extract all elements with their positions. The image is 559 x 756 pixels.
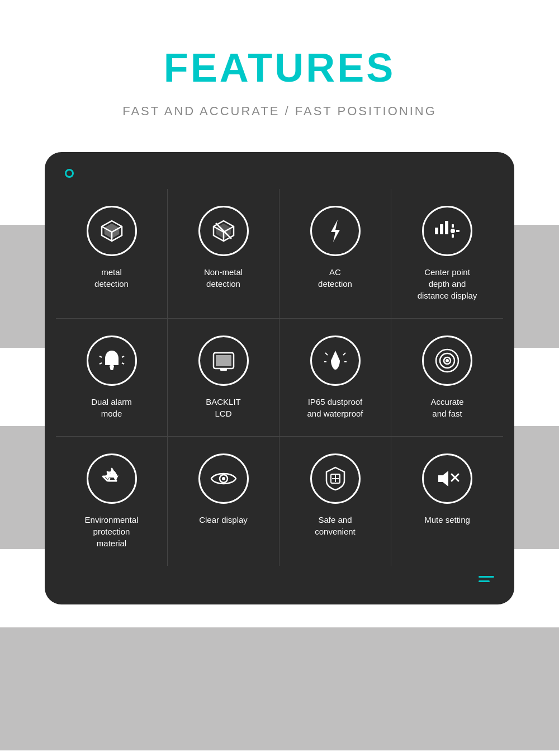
- mute-setting-label: Mute setting: [424, 514, 470, 526]
- svg-line-22: [100, 363, 102, 364]
- hamburger-line-1: [479, 576, 494, 578]
- eco-material-icon-circle: [87, 453, 137, 504]
- background-band-bottom: [0, 627, 559, 750]
- non-metal-detection-label: Non-metaldetection: [204, 266, 243, 290]
- hamburger-icon: [479, 576, 494, 582]
- mute-icon: [433, 464, 462, 493]
- page-title: FEATURES: [164, 45, 396, 91]
- card-indicator-dot: [65, 169, 74, 178]
- non-metal-detection-icon-circle: [198, 206, 249, 256]
- center-point-icon-circle: [422, 206, 472, 256]
- svg-rect-13: [440, 224, 443, 234]
- features-card-wrapper: metaldetection Non-me: [45, 152, 514, 604]
- eye-icon: [209, 464, 238, 493]
- svg-line-28: [325, 353, 328, 355]
- ac-detection-icon-circle: [310, 206, 361, 256]
- svg-line-24: [122, 363, 124, 364]
- ac-icon: [321, 216, 350, 245]
- accurate-icon: [433, 346, 462, 375]
- safe-icon: [321, 464, 350, 493]
- feature-ac-detection: ACdetection: [280, 189, 391, 319]
- svg-rect-14: [445, 221, 448, 234]
- metal-detection-label: metaldetection: [94, 266, 129, 290]
- dual-alarm-icon-circle: [87, 336, 137, 386]
- eco-material-label: Environmentalprotectionmaterial: [85, 514, 139, 549]
- svg-point-20: [110, 367, 113, 370]
- accurate-fast-icon-circle: [422, 336, 472, 386]
- feature-dual-alarm: Dual alarmmode: [56, 319, 168, 437]
- feature-ip65: IP65 dustproofand waterproof: [280, 319, 391, 437]
- eco-icon: [97, 464, 126, 493]
- lcd-icon: [209, 346, 238, 375]
- backlit-lcd-icon-circle: [198, 336, 249, 386]
- center-point-label: Center pointdepth anddistance display: [418, 266, 477, 301]
- svg-rect-17: [452, 224, 454, 228]
- safe-convenient-icon-circle: [310, 453, 361, 504]
- waterproof-icon: [321, 346, 350, 375]
- svg-point-35: [446, 359, 449, 362]
- ac-detection-label: ACdetection: [318, 266, 352, 290]
- metal-detection-icon-circle: [87, 206, 137, 256]
- svg-rect-18: [452, 234, 454, 238]
- feature-clear-display: Clear display: [168, 437, 280, 566]
- feature-accurate-fast: Accurateand fast: [391, 319, 503, 437]
- safe-convenient-label: Safe andconvenient: [315, 514, 356, 537]
- metal-icon: [97, 216, 126, 245]
- clear-display-icon-circle: [198, 453, 249, 504]
- hamburger-line-2: [479, 580, 490, 582]
- svg-line-29: [343, 353, 345, 355]
- feature-eco-material: Environmentalprotectionmaterial: [56, 437, 168, 566]
- card-footer: [56, 566, 503, 582]
- backlit-lcd-label: BACKLITLCD: [206, 396, 241, 419]
- features-card: metaldetection Non-me: [45, 152, 514, 604]
- centerpoint-icon: [433, 216, 462, 245]
- feature-safe-convenient: Safe andconvenient: [280, 437, 391, 566]
- svg-point-41: [222, 477, 225, 480]
- svg-marker-11: [331, 220, 340, 242]
- accurate-fast-label: Accurateand fast: [430, 396, 463, 419]
- nonmetal-icon: [209, 216, 238, 245]
- svg-line-23: [122, 356, 124, 357]
- dual-alarm-label: Dual alarmmode: [91, 396, 132, 419]
- svg-point-15: [451, 229, 455, 233]
- page-subtitle: FAST AND ACCURATE / FAST POSITIONING: [122, 104, 437, 119]
- mute-setting-icon-circle: [422, 453, 472, 504]
- feature-backlit-lcd: BACKLITLCD: [168, 319, 280, 437]
- svg-rect-26: [216, 355, 231, 366]
- ip65-icon-circle: [310, 336, 361, 386]
- svg-rect-12: [435, 228, 438, 234]
- features-grid: metaldetection Non-me: [56, 189, 503, 566]
- ip65-label: IP65 dustproofand waterproof: [307, 396, 363, 419]
- feature-non-metal-detection: Non-metaldetection: [168, 189, 280, 319]
- feature-center-point: Center pointdepth anddistance display: [391, 189, 503, 319]
- alarm-icon: [97, 346, 126, 375]
- svg-rect-27: [220, 368, 227, 371]
- svg-line-21: [100, 356, 102, 357]
- svg-rect-16: [456, 230, 459, 232]
- svg-rect-39: [107, 480, 116, 481]
- feature-metal-detection: metaldetection: [56, 189, 168, 319]
- feature-mute-setting: Mute setting: [391, 437, 503, 566]
- clear-display-label: Clear display: [199, 514, 248, 526]
